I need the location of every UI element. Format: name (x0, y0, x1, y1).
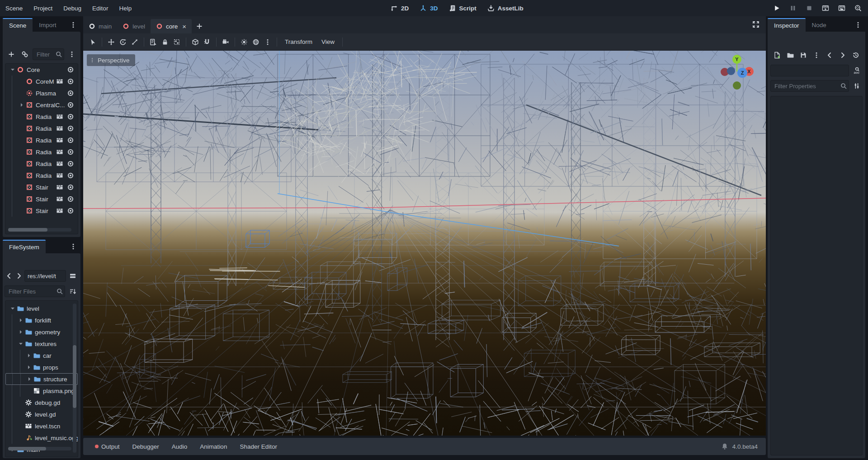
scene-tree-hscrollbar[interactable] (8, 228, 71, 232)
scene-node-row[interactable]: Radia (5, 170, 78, 181)
expand-arrow-icon[interactable] (25, 364, 33, 371)
visibility-eye-icon[interactable] (67, 112, 74, 121)
instanced-scene-icon[interactable] (56, 183, 63, 192)
filesystem-item-row[interactable]: plasma.png (5, 385, 78, 397)
expand-arrow-icon[interactable] (17, 317, 24, 324)
instance-scene-button[interactable] (19, 48, 31, 60)
menu-project[interactable]: Project (28, 0, 58, 16)
scene-node-row[interactable]: Radia (5, 111, 78, 123)
filesystem-item-row[interactable]: level_music.ogg (5, 432, 78, 444)
visibility-eye-icon[interactable] (67, 194, 74, 204)
expand-arrow-icon[interactable] (26, 375, 33, 383)
3d-viewport[interactable]: Perspective Y X Z (83, 51, 766, 436)
scene-dock-menu-button[interactable] (66, 18, 80, 32)
distraction-free-button[interactable] (751, 20, 760, 29)
manage-properties-button[interactable] (851, 80, 863, 92)
toggle-lighting-button[interactable] (238, 36, 250, 48)
history-forward-button[interactable] (837, 49, 849, 61)
filesystem-item-row[interactable]: level.tscn (5, 420, 78, 432)
visibility-eye-icon[interactable] (67, 171, 74, 180)
scene-node-row[interactable]: Radia (5, 146, 78, 158)
visibility-eye-icon[interactable] (67, 77, 74, 86)
instanced-scene-icon[interactable] (56, 124, 63, 133)
view-menu[interactable]: View (317, 36, 339, 48)
scene-tab-main[interactable]: main (83, 19, 117, 33)
lock-selected-button[interactable] (159, 36, 171, 48)
instanced-scene-icon[interactable] (56, 147, 63, 156)
tab-inspector[interactable]: Inspector (768, 18, 806, 32)
play-scene-button[interactable] (820, 3, 831, 14)
visibility-eye-icon[interactable] (67, 100, 74, 109)
visibility-eye-icon[interactable] (67, 124, 74, 133)
local-space-button[interactable] (189, 36, 201, 48)
new-resource-button[interactable] (771, 49, 783, 61)
pause-button[interactable] (788, 3, 798, 14)
viewport-extra-menu-button[interactable] (262, 36, 274, 48)
scene-node-row[interactable]: Radia (5, 134, 78, 146)
filesystem-item-row[interactable]: structure (5, 373, 78, 385)
inspector-filter-input[interactable] (770, 80, 849, 92)
filesystem-item-row[interactable]: props (5, 361, 78, 373)
select-tool-button[interactable] (87, 36, 99, 48)
camera-preview-button[interactable] (220, 36, 231, 48)
switch-3d[interactable]: 3D (419, 4, 438, 13)
filesystem-item-row[interactable]: level (5, 303, 78, 314)
inspector-dock-menu-button[interactable] (851, 18, 865, 32)
expand-arrow-icon[interactable] (25, 352, 33, 359)
scene-node-row[interactable]: CentralC... (5, 99, 78, 111)
history-back-button[interactable] (824, 49, 835, 61)
switch-assetlib[interactable]: AssetLib (486, 4, 524, 13)
scene-tab-level[interactable]: level (117, 19, 151, 33)
scale-tool-button[interactable] (129, 36, 141, 48)
list-select-tool-button[interactable] (147, 36, 159, 48)
bottom-tab-shader-editor[interactable]: Shader Editor (234, 438, 283, 455)
close-icon[interactable]: × (182, 23, 186, 30)
stop-button[interactable] (804, 3, 815, 14)
visibility-eye-icon[interactable] (67, 147, 74, 156)
rotate-tool-button[interactable] (117, 36, 129, 48)
snap-toggle-button[interactable] (201, 36, 213, 48)
instanced-scene-icon[interactable] (56, 194, 63, 204)
fs-tree-vscrollbar[interactable] (73, 304, 76, 453)
visibility-eye-icon[interactable] (67, 206, 74, 215)
resource-extra-menu-button[interactable] (811, 49, 822, 61)
3d-viewport-canvas[interactable] (83, 51, 766, 436)
bottom-tab-debugger[interactable]: Debugger (127, 438, 165, 455)
scene-node-row[interactable]: Radia (5, 158, 78, 170)
movie-maker-button[interactable] (853, 3, 863, 14)
axis-neg-y-ball[interactable] (733, 81, 741, 90)
visibility-eye-icon[interactable] (67, 65, 74, 74)
menu-editor[interactable]: Editor (87, 0, 113, 16)
load-resource-button[interactable] (784, 49, 796, 61)
menu-help[interactable]: Help (113, 0, 137, 16)
collapse-arrow-icon[interactable] (17, 340, 24, 347)
scene-node-row[interactable]: Plasma (5, 87, 78, 99)
fs-sort-button[interactable] (67, 285, 79, 297)
filesystem-item-row[interactable]: car (5, 350, 78, 361)
instanced-scene-icon[interactable] (56, 112, 63, 121)
scene-node-row[interactable]: Stair (5, 205, 78, 217)
scene-node-row[interactable]: Radia (5, 123, 78, 134)
scene-node-row[interactable]: Stair (5, 181, 78, 193)
filesystem-item-row[interactable]: level.gd (5, 408, 78, 420)
collapse-arrow-icon[interactable] (9, 305, 16, 312)
open-docs-button[interactable]: DOC (851, 65, 863, 76)
scene-node-row[interactable]: CoreM (5, 76, 78, 87)
filesystem-item-row[interactable]: geometry (5, 326, 78, 338)
instanced-scene-icon[interactable] (56, 136, 63, 145)
bottom-tab-output[interactable]: Output (90, 438, 125, 455)
version-info[interactable]: 4.0.beta4 (720, 442, 760, 451)
visibility-eye-icon[interactable] (67, 159, 74, 168)
filesystem-item-row[interactable]: menu (5, 455, 78, 457)
scene-tab-core[interactable]: core× (151, 19, 192, 33)
filesystem-item-row[interactable]: forklift (5, 314, 78, 326)
new-scene-tab-button[interactable] (192, 19, 207, 33)
switch-script[interactable]: Script (448, 4, 476, 13)
menu-scene[interactable]: Scene (0, 0, 28, 16)
transform-menu[interactable]: Transform (280, 36, 317, 48)
scene-node-row[interactable]: Core (5, 64, 78, 76)
fs-tree-hscrollbar[interactable] (8, 447, 71, 451)
fs-forward-button[interactable] (14, 270, 24, 282)
filesystem-item-row[interactable]: textures (5, 338, 78, 350)
tab-import[interactable]: Import (33, 18, 62, 32)
